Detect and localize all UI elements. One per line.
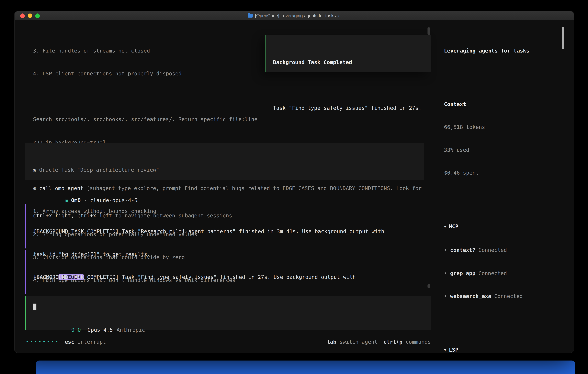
window-title: [OpenCode] Leveraging agents for tasks	[255, 13, 336, 18]
ctrlp-key-label: commands	[402, 338, 431, 346]
timer-icon: ◐	[338, 13, 340, 18]
statusbar: •••••••• esc interrupt tab switch agent …	[26, 338, 431, 346]
zoom-button[interactable]	[35, 13, 40, 18]
mcp-heading: MCP	[449, 223, 458, 229]
sidebar-scrollbar-thumb[interactable]	[562, 27, 564, 49]
close-button[interactable]	[20, 13, 25, 18]
agent-header: ▣OmO · claude-opus-4-5	[33, 189, 137, 197]
message-text: [BACKGROUND TASK COMPLETED] Task "Find t…	[33, 273, 432, 281]
background-window[interactable]	[36, 361, 575, 374]
lsp-section-header[interactable]: ▼LSP	[444, 346, 561, 353]
mcp-name: context7	[450, 247, 475, 253]
agent-separator: ·	[81, 197, 90, 203]
minimize-button[interactable]	[28, 13, 32, 18]
sidebar: Leveraging agents for tasks Context 66,5…	[438, 20, 574, 353]
session-title: Leveraging agents for tasks	[444, 47, 561, 54]
notification-title: Background Task Completed	[273, 58, 431, 66]
bullet-icon: •	[444, 293, 447, 299]
text-cursor	[33, 303, 36, 310]
notification-toast: Background Task Completed Task "Find typ…	[265, 35, 431, 73]
context-heading: Context	[444, 100, 561, 108]
spinner-dots: ••••••••	[26, 338, 60, 346]
mcp-name: grep_app	[450, 270, 475, 276]
mcp-status: Connected	[478, 247, 507, 253]
terminal-window: [OpenCode] Leveraging agents for tasks ◐…	[14, 11, 574, 353]
agent-model: claude-opus-4-5	[90, 197, 137, 203]
input-model-name: Opus 4.5	[87, 327, 113, 333]
mcp-item-websearch-exa: •websearch_exaConnected	[444, 292, 561, 300]
input-agent-name: OmO	[71, 327, 81, 333]
message-text: [BACKGROUND TASK COMPLETED] Task "Resear…	[33, 227, 432, 235]
titlebar[interactable]: [OpenCode] Leveraging agents for tasks ◐	[15, 11, 574, 20]
oracle-task-panel[interactable]: ◉Oracle Task "Deep architecture review" …	[25, 143, 424, 180]
window-title-group: [OpenCode] Leveraging agents for tasks ◐	[248, 13, 340, 18]
collapse-arrow-icon: ▼	[444, 223, 446, 231]
agent-icon: ▣	[65, 197, 68, 203]
folder-icon	[248, 14, 253, 18]
bullet-icon: •	[444, 247, 447, 253]
message-background-task-1: [BACKGROUND TASK COMPLETED] Task "Resear…	[25, 204, 432, 249]
screen: [OpenCode] Leveraging agents for tasks ◐…	[0, 0, 588, 374]
tab-key-label: switch agent	[336, 338, 378, 346]
mcp-section-header[interactable]: ▼MCP	[444, 223, 561, 231]
context-used: 33% used	[444, 146, 561, 154]
esc-key-label: interrupt	[74, 338, 106, 346]
oracle-task-title-line: ◉Oracle Task "Deep architecture review"	[33, 166, 424, 174]
mcp-item-grep-app: •grep_appConnected	[444, 269, 561, 277]
context-tokens: 66,518 tokens	[444, 123, 561, 131]
notification-body: Task "Find type safety issues" finished …	[273, 104, 431, 112]
main-scrollbar-thumb[interactable]	[428, 27, 430, 35]
mcp-name: websearch_exa	[450, 293, 491, 299]
mcp-status: Connected	[478, 270, 507, 276]
esc-key-hint: esc	[65, 338, 74, 346]
mcp-status: Connected	[494, 293, 523, 299]
input-provider-name: Anthropic	[117, 327, 145, 333]
main-pane: 3. File handles or streams not closed 4.…	[15, 20, 438, 353]
oracle-task-title: Oracle Task "Deep architecture review"	[39, 167, 159, 173]
lsp-heading: LSP	[449, 346, 458, 353]
agent-name: OmO	[71, 197, 81, 203]
tab-key-hint: tab	[327, 338, 336, 346]
message-background-task-2: [BACKGROUND TASK COMPLETED] Task "Find t…	[25, 250, 432, 294]
record-icon: ◉	[33, 167, 36, 173]
context-spent: $0.46 spent	[444, 169, 561, 177]
ctrlp-key-hint: ctrl+p	[383, 338, 402, 346]
message-scrollbar-thumb[interactable]	[428, 284, 430, 288]
prompt-input[interactable]: OmOOpus 4.5Anthropic	[25, 296, 431, 330]
traffic-lights	[20, 11, 40, 20]
mcp-item-context7: •context7Connected	[444, 246, 561, 254]
collapse-arrow-icon: ▼	[444, 346, 446, 353]
bullet-icon: •	[444, 270, 447, 276]
